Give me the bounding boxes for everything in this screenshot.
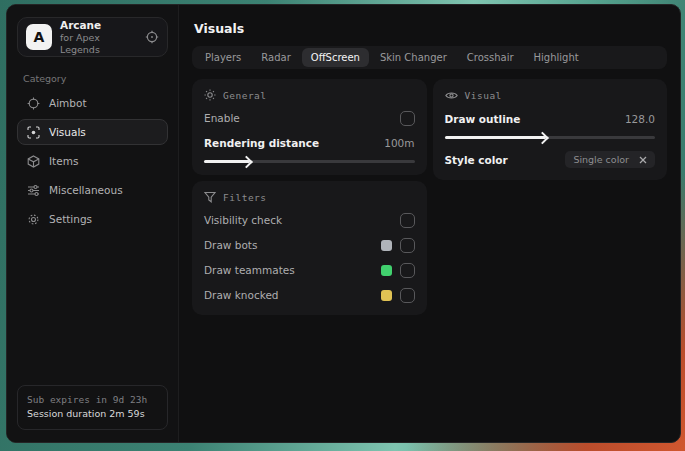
tab-players[interactable]: Players	[196, 48, 250, 67]
general-panel: General Enable Rendering distance 100m	[192, 79, 427, 175]
sidebar-item-label: Items	[49, 155, 78, 167]
sidebar-item-label: Visuals	[49, 126, 86, 138]
visual-panel-header: Visual	[445, 89, 656, 102]
filters-panel-header: Filters	[204, 191, 415, 203]
draw-outline-slider[interactable]	[445, 136, 656, 139]
visual-panel: Visual Draw outline 128.0 Style color Si…	[433, 79, 668, 180]
target-icon[interactable]	[145, 30, 159, 44]
sidebar-item-aimbot[interactable]: Aimbot	[17, 90, 168, 116]
filters-panel: Filters Visibility check Draw bots	[192, 181, 427, 315]
tab-offscreen[interactable]: OffScreen	[302, 48, 369, 67]
visual-panel-title: Visual	[465, 90, 502, 101]
general-panel-header: General	[204, 89, 415, 101]
draw-knocked-label: Draw knocked	[204, 289, 279, 301]
draw-outline-row: Draw outline 128.0	[445, 111, 656, 127]
sub-expiry-text: Sub expires in 9d 23h	[27, 393, 158, 408]
app-name: Arcane	[60, 19, 137, 32]
gear-icon	[26, 213, 40, 226]
close-icon[interactable]	[639, 156, 647, 164]
rendering-distance-slider[interactable]	[204, 160, 415, 163]
category-label: Category	[23, 73, 168, 84]
enable-row: Enable	[204, 110, 415, 126]
sliders-icon	[26, 184, 40, 197]
style-color-select[interactable]: Single color	[565, 151, 655, 168]
draw-teammates-color-swatch[interactable]	[381, 265, 392, 276]
visibility-check-checkbox[interactable]	[400, 213, 415, 228]
app-logo: A	[26, 24, 52, 50]
scan-icon	[26, 126, 40, 139]
tab-radar[interactable]: Radar	[252, 48, 299, 67]
draw-bots-color-swatch[interactable]	[381, 240, 392, 251]
draw-knocked-checkbox[interactable]	[400, 288, 415, 303]
rendering-distance-label: Rendering distance	[204, 137, 319, 149]
package-icon	[26, 155, 40, 168]
visibility-check-row: Visibility check	[204, 212, 415, 228]
sidebar-nav: Aimbot Visuals Items	[17, 90, 168, 232]
draw-bots-row: Draw bots	[204, 237, 415, 253]
app-window: A Arcane for Apex Legends Category Aimbo…	[6, 4, 681, 443]
visibility-check-label: Visibility check	[204, 214, 282, 226]
rendering-distance-row: Rendering distance 100m	[204, 135, 415, 151]
draw-outline-value: 128.0	[625, 113, 655, 125]
draw-teammates-checkbox[interactable]	[400, 263, 415, 278]
draw-knocked-row: Draw knocked	[204, 287, 415, 303]
sidebar-item-label: Aimbot	[49, 97, 87, 109]
draw-teammates-label: Draw teammates	[204, 264, 295, 276]
slider-fill[interactable]	[445, 136, 546, 139]
sidebar-item-miscellaneous[interactable]: Miscellaneous	[17, 177, 168, 203]
sidebar-item-label: Settings	[49, 213, 92, 225]
draw-bots-checkbox[interactable]	[400, 238, 415, 253]
enable-checkbox[interactable]	[400, 111, 415, 126]
tab-bar: Players Radar OffScreen Skin Changer Cro…	[192, 46, 667, 69]
eye-icon	[445, 89, 458, 102]
sidebar-item-settings[interactable]: Settings	[17, 206, 168, 232]
content: General Enable Rendering distance 100m	[192, 79, 667, 315]
rendering-distance-value: 100m	[384, 137, 414, 149]
draw-outline-label: Draw outline	[445, 113, 521, 125]
sidebar-item-visuals[interactable]: Visuals	[17, 119, 168, 145]
style-color-value: Single color	[573, 154, 629, 165]
sidebar-item-items[interactable]: Items	[17, 148, 168, 174]
filters-panel-title: Filters	[223, 192, 267, 203]
app-subtitle: for Apex Legends	[60, 32, 137, 56]
right-column: Visual Draw outline 128.0 Style color Si…	[433, 79, 668, 180]
slider-fill[interactable]	[204, 160, 250, 163]
session-duration-text: Session duration 2m 59s	[27, 407, 158, 422]
left-column: General Enable Rendering distance 100m	[192, 79, 427, 315]
main-area: Visuals Players Radar OffScreen Skin Cha…	[179, 5, 680, 442]
funnel-icon	[204, 191, 216, 203]
sidebar: A Arcane for Apex Legends Category Aimbo…	[7, 5, 179, 442]
draw-bots-label: Draw bots	[204, 239, 257, 251]
app-logo-card: A Arcane for Apex Legends	[17, 17, 168, 57]
enable-label: Enable	[204, 112, 240, 124]
draw-knocked-color-swatch[interactable]	[381, 290, 392, 301]
tab-crosshair[interactable]: Crosshair	[458, 48, 523, 67]
page-title: Visuals	[194, 21, 667, 36]
general-panel-title: General	[223, 90, 267, 101]
app-title-block: Arcane for Apex Legends	[60, 19, 137, 56]
sun-icon	[204, 89, 216, 101]
tab-highlight[interactable]: Highlight	[525, 48, 588, 67]
tab-skin-changer[interactable]: Skin Changer	[371, 48, 456, 67]
sidebar-item-label: Miscellaneous	[49, 184, 123, 196]
subscription-status-card: Sub expires in 9d 23h Session duration 2…	[17, 385, 168, 430]
style-color-label: Style color	[445, 154, 508, 166]
draw-teammates-row: Draw teammates	[204, 262, 415, 278]
style-color-row: Style color Single color	[445, 151, 656, 168]
crosshair-icon	[26, 97, 40, 110]
